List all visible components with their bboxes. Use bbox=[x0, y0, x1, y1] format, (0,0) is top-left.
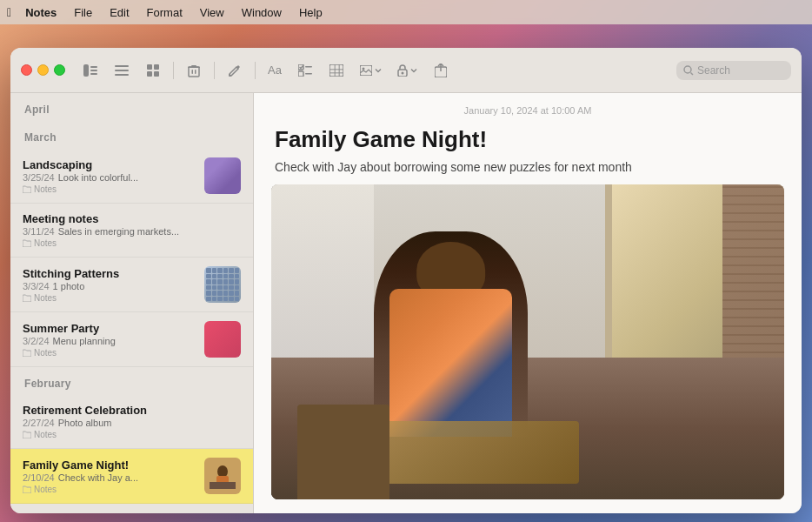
delete-button[interactable] bbox=[181, 57, 207, 84]
note-body: Check with Jay about borrowing some new … bbox=[254, 160, 802, 184]
menu-window[interactable]: Window bbox=[235, 4, 289, 21]
traffic-lights bbox=[21, 64, 65, 76]
separator-3 bbox=[255, 62, 256, 79]
note-item-landscaping[interactable]: Landscaping 3/25/24 Look into colorful..… bbox=[10, 149, 253, 204]
menu-bar:  Notes File Edit Format View Window Hel… bbox=[0, 0, 812, 24]
toolbar: Aa bbox=[10, 48, 802, 93]
table-button[interactable] bbox=[323, 57, 349, 84]
menu-notes[interactable]: Notes bbox=[18, 4, 63, 21]
sidebar-toggle-button[interactable] bbox=[77, 57, 103, 84]
content-area: April March Landscaping 3/25/24 Look int… bbox=[10, 93, 802, 513]
section-april: April bbox=[10, 93, 253, 121]
minimize-button[interactable] bbox=[37, 64, 49, 76]
trash-icon bbox=[188, 64, 200, 77]
text-format-button[interactable]: Aa bbox=[263, 57, 287, 84]
pencil-icon bbox=[228, 64, 242, 77]
note-meta-family-game-night: 2/10/24 Check with Jay a... bbox=[23, 472, 196, 483]
note-info-meeting: Meeting notes 3/11/24 Sales in emerging … bbox=[23, 212, 241, 248]
note-title-stitching: Stitching Patterns bbox=[23, 267, 196, 280]
apple-logo-icon[interactable]:  bbox=[7, 5, 11, 19]
note-title-retirement: Retirement Celebration bbox=[23, 404, 241, 417]
svg-rect-9 bbox=[147, 71, 152, 77]
sidebar-icon bbox=[83, 64, 97, 77]
svg-rect-19 bbox=[305, 73, 312, 75]
separator-2 bbox=[214, 62, 215, 79]
menu-help[interactable]: Help bbox=[292, 4, 329, 21]
note-title-summer-party: Summer Party bbox=[23, 322, 196, 335]
new-note-button[interactable] bbox=[222, 57, 248, 84]
search-icon bbox=[683, 65, 694, 76]
svg-rect-17 bbox=[298, 71, 303, 77]
note-item-meeting[interactable]: Meeting notes 3/11/24 Sales in emerging … bbox=[10, 204, 253, 258]
search-box[interactable] bbox=[676, 61, 791, 80]
close-button[interactable] bbox=[21, 64, 32, 76]
note-folder-family-game-night: Notes bbox=[23, 485, 196, 494]
media-button[interactable] bbox=[355, 57, 387, 84]
main-window: Aa bbox=[10, 48, 802, 513]
list-icon bbox=[115, 64, 129, 77]
media-icon bbox=[360, 65, 372, 76]
note-item-family-game-night[interactable]: Family Game Night! 2/10/24 Check with Ja… bbox=[10, 449, 253, 504]
lock-icon bbox=[397, 64, 408, 77]
section-march: March bbox=[10, 121, 253, 149]
note-folder-meeting: Notes bbox=[23, 238, 241, 248]
menu-edit[interactable]: Edit bbox=[103, 4, 136, 21]
note-item-summer-party[interactable]: Summer Party 3/2/24 Menu planning Notes bbox=[10, 312, 253, 367]
note-meta-stitching: 3/3/24 1 photo bbox=[23, 281, 196, 291]
svg-point-26 bbox=[362, 67, 364, 70]
game-night-thumb-img bbox=[210, 463, 236, 489]
svg-rect-23 bbox=[334, 64, 336, 77]
share-button[interactable] bbox=[428, 57, 454, 84]
list-view-button[interactable] bbox=[109, 57, 135, 84]
checklist-icon bbox=[298, 64, 312, 77]
folder-icon bbox=[23, 294, 31, 302]
note-meta-landscaping: 3/25/24 Look into colorful... bbox=[23, 172, 196, 183]
note-view: January 10, 2024 at 10:00 AM Family Game… bbox=[254, 93, 802, 513]
photo-person bbox=[374, 231, 528, 436]
maximize-button[interactable] bbox=[54, 64, 65, 76]
note-title-meeting: Meeting notes bbox=[23, 212, 241, 225]
puzzle-photo bbox=[271, 184, 784, 499]
svg-rect-34 bbox=[210, 482, 236, 489]
note-item-retirement[interactable]: Retirement Celebration 2/27/24 Photo alb… bbox=[10, 395, 253, 449]
note-info-family-game-night: Family Game Night! 2/10/24 Check with Ja… bbox=[23, 458, 196, 494]
svg-rect-24 bbox=[338, 64, 340, 77]
text-format-label: Aa bbox=[268, 64, 282, 77]
svg-point-28 bbox=[401, 71, 403, 74]
svg-rect-18 bbox=[305, 66, 312, 68]
folder-icon bbox=[23, 349, 31, 357]
note-item-stitching[interactable]: Stitching Patterns 3/3/24 1 photo Notes bbox=[10, 258, 253, 312]
svg-rect-5 bbox=[115, 70, 129, 71]
share-icon bbox=[435, 64, 447, 77]
svg-rect-3 bbox=[90, 73, 97, 75]
svg-rect-4 bbox=[115, 65, 129, 67]
sidebar: April March Landscaping 3/25/24 Look int… bbox=[10, 93, 254, 513]
folder-icon bbox=[23, 185, 31, 193]
svg-point-32 bbox=[217, 465, 228, 478]
svg-rect-1 bbox=[90, 66, 97, 68]
note-thumb-stitching bbox=[204, 266, 241, 303]
note-image bbox=[271, 184, 784, 499]
note-info-retirement: Retirement Celebration 2/27/24 Photo alb… bbox=[23, 404, 241, 439]
note-meta-retirement: 2/27/24 Photo album bbox=[23, 418, 241, 428]
section-february: February bbox=[10, 367, 253, 395]
folder-icon bbox=[23, 431, 31, 438]
lock-button[interactable] bbox=[392, 57, 423, 84]
photo-chair bbox=[297, 405, 389, 499]
menu-view[interactable]: View bbox=[193, 4, 231, 21]
note-meta-meeting: 3/11/24 Sales in emerging markets... bbox=[23, 226, 241, 237]
note-thumb-landscaping bbox=[204, 157, 241, 194]
menu-format[interactable]: Format bbox=[140, 4, 190, 21]
menu-file[interactable]: File bbox=[67, 4, 99, 21]
grid-icon bbox=[147, 64, 159, 77]
note-thumb-party bbox=[204, 321, 241, 358]
svg-rect-0 bbox=[83, 64, 89, 77]
note-info-stitching: Stitching Patterns 3/3/24 1 photo Notes bbox=[23, 267, 196, 303]
svg-rect-11 bbox=[189, 67, 199, 77]
svg-rect-22 bbox=[329, 72, 343, 74]
search-input[interactable] bbox=[697, 64, 784, 77]
checklist-button[interactable] bbox=[292, 57, 318, 84]
grid-view-button[interactable] bbox=[140, 57, 166, 84]
svg-rect-10 bbox=[154, 71, 159, 77]
note-info-landscaping: Landscaping 3/25/24 Look into colorful..… bbox=[23, 158, 196, 194]
